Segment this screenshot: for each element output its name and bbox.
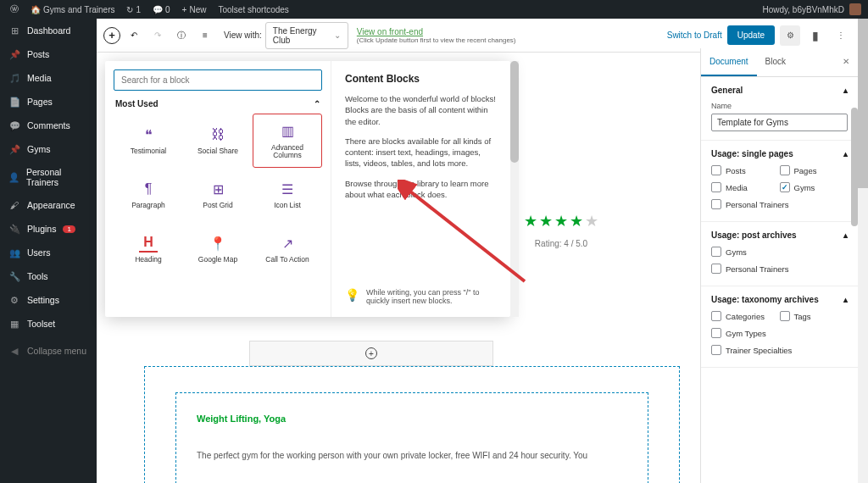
settings-toggle-button[interactable]: ⚙ — [780, 25, 800, 46]
block-tile-testimonial[interactable]: ❝Testimonial — [114, 114, 183, 168]
checkbox-posts[interactable]: Posts — [711, 165, 780, 175]
collapse-icon: ◀ — [8, 345, 20, 357]
update-button[interactable]: Update — [727, 25, 775, 45]
sidebar-item-settings[interactable]: ⚙Settings — [0, 288, 97, 312]
redo-button[interactable]: ↷ — [147, 25, 168, 46]
selected-block-region[interactable]: Weight Lifting, Yoga The perfect gym for… — [144, 366, 680, 483]
block-tile-google-map[interactable]: 📍Google Map — [183, 222, 253, 276]
preview-post-select[interactable]: The Energy Club ⌄ — [265, 22, 348, 49]
block-tile-social-share[interactable]: ⛓Social Share — [183, 114, 253, 168]
checkbox-icon — [780, 182, 790, 192]
sidebar-item-posts[interactable]: 📌Posts — [0, 42, 97, 66]
checkbox-icon — [711, 345, 721, 355]
tab-block[interactable]: Block — [757, 48, 794, 76]
cta-icon: ↗ — [278, 234, 297, 253]
section-usage-archives[interactable]: Usage: post archives▴ — [711, 230, 848, 240]
sidebar-item-media[interactable]: 🎵Media — [0, 66, 97, 90]
sidebar-item-comments[interactable]: 💬Comments — [0, 114, 97, 137]
chevron-up-icon: ▴ — [843, 230, 848, 240]
toolset-icon[interactable]: ▮ — [805, 25, 826, 46]
toolset-icon: ▦ — [8, 318, 20, 330]
checkbox-media[interactable]: Media — [711, 182, 780, 192]
template-name-input[interactable] — [711, 114, 848, 131]
collapse-menu[interactable]: ◀Collapse menu — [0, 339, 97, 363]
add-block-appender[interactable]: + — [249, 341, 493, 366]
checkbox-personal-trainers[interactable]: Personal Trainers — [711, 264, 848, 274]
chevron-down-icon: ⌄ — [334, 31, 341, 40]
chevron-up-icon: ⌃ — [314, 99, 320, 108]
checkbox-categories[interactable]: Categories — [711, 311, 780, 321]
checkbox-personal-trainers[interactable]: Personal Trainers — [711, 199, 848, 209]
section-general[interactable]: General▴ — [711, 86, 848, 95]
sidebar-item-gyms[interactable]: 📌Gyms — [0, 137, 97, 161]
shortcode-link[interactable]: Toolset shortcodes — [214, 5, 292, 14]
list-icon: ☰ — [278, 180, 297, 198]
info-button[interactable]: ⓘ — [171, 25, 192, 46]
howdy-text[interactable]: Howdy, b6yBVnMhkD — [762, 5, 844, 14]
sidebar-item-pages[interactable]: 📄Pages — [0, 90, 97, 114]
pin-icon: 📌 — [8, 48, 20, 60]
block-tile-advanced-columns[interactable]: ▥AdvancedColumns — [253, 114, 322, 168]
checkbox-trainer-specialties[interactable]: Trainer Specialties — [711, 345, 848, 355]
sidebar-item-personal-trainers[interactable]: 👤Personal Trainers — [0, 161, 97, 193]
media-icon: 🎵 — [8, 72, 20, 84]
scrollbar-thumb[interactable] — [858, 19, 868, 188]
para-icon: ¶ — [139, 180, 158, 198]
scrollbar-thumb[interactable] — [851, 108, 858, 226]
block-inserter-panel: Most Used ⌃ ❝Testimonial⛓Social Share▥Ad… — [105, 61, 510, 317]
more-menu-button[interactable]: ⋮ — [831, 25, 851, 46]
checkbox-gyms[interactable]: Gyms — [780, 182, 849, 192]
new-link[interactable]: + New — [179, 5, 210, 14]
star-icon: ★ — [585, 212, 598, 230]
checkbox-icon — [711, 264, 721, 274]
updates-link[interactable]: ↻ 1 — [123, 5, 144, 14]
comments-link[interactable]: 💬 0 — [149, 5, 174, 14]
star-icon: ★ — [554, 212, 568, 230]
block-tile-icon-list[interactable]: ☰Icon List — [253, 168, 322, 222]
grid-icon: ⊞ — [209, 180, 227, 198]
checkbox-icon — [711, 247, 721, 257]
category-header[interactable]: Most Used ⌃ — [114, 91, 322, 114]
search-input[interactable] — [114, 69, 322, 91]
person-icon: 👤 — [8, 171, 19, 183]
scrollbar-thumb[interactable] — [510, 61, 519, 163]
outline-button[interactable]: ≡ — [195, 25, 215, 46]
add-block-button[interactable]: + — [103, 27, 120, 44]
name-label: Name — [711, 102, 848, 110]
scrollbar[interactable] — [510, 61, 519, 317]
block-appender-row: + — [210, 341, 532, 366]
site-link[interactable]: 🏠 Gyms and Trainers — [27, 5, 118, 14]
sidebar-item-appearance[interactable]: 🖌Appearance — [0, 193, 97, 217]
checkbox-gym-types[interactable]: Gym Types — [711, 328, 848, 338]
undo-button[interactable]: ↶ — [124, 25, 144, 46]
tab-document[interactable]: Document — [701, 48, 757, 76]
pin-icon: 📌 — [8, 143, 20, 155]
checkbox-gyms[interactable]: Gyms — [711, 247, 848, 257]
avatar[interactable] — [849, 3, 861, 15]
inserter-info-panel: Content Blocks Welcome to the wonderful … — [331, 61, 510, 317]
checkbox-tags[interactable]: Tags — [780, 311, 849, 321]
switch-draft-button[interactable]: Switch to Draft — [667, 31, 722, 40]
checkbox-icon — [711, 311, 721, 321]
page-scrollbar[interactable] — [858, 19, 868, 483]
sidebar-item-tools[interactable]: 🔧Tools — [0, 264, 97, 288]
view-with-label: View with: — [224, 31, 262, 40]
sidebar-item-users[interactable]: 👥Users — [0, 241, 97, 264]
checkbox-pages[interactable]: Pages — [780, 165, 849, 175]
checkbox-icon — [711, 182, 721, 192]
taxonomy-links[interactable]: Weight Lifting, Yoga — [197, 414, 627, 424]
view-frontend-link[interactable]: View on front-end — [357, 27, 516, 36]
section-usage-single[interactable]: Usage: single pages▴ — [711, 149, 848, 158]
sidebar-item-dashboard[interactable]: ⊞Dashboard — [0, 19, 97, 42]
sidebar-item-toolset[interactable]: ▦Toolset — [0, 312, 97, 336]
block-tile-post-grid[interactable]: ⊞Post Grid — [183, 168, 253, 222]
block-tile-heading[interactable]: HHeading — [114, 222, 183, 276]
close-icon[interactable]: ✕ — [834, 48, 858, 76]
sidebar-item-plugins[interactable]: 🔌Plugins1 — [0, 217, 97, 241]
info-title: Content Blocks — [345, 73, 497, 85]
wrench-icon: 🔧 — [8, 270, 20, 282]
section-usage-tax[interactable]: Usage: taxonomy archives▴ — [711, 295, 848, 304]
wp-logo-icon[interactable]: ⓦ — [7, 3, 22, 15]
block-tile-call-to-action[interactable]: ↗Call To Action — [253, 222, 322, 276]
block-tile-paragraph[interactable]: ¶Paragraph — [114, 168, 183, 222]
